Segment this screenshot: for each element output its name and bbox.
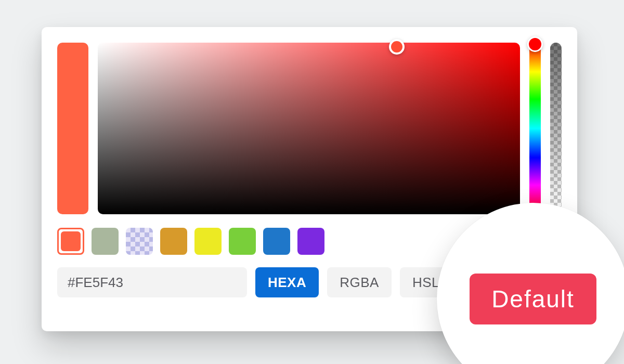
default-button[interactable]: Default [470,274,596,324]
swatch-fill [61,231,81,251]
swatch-fill [92,228,119,255]
alpha-slider[interactable] [550,43,562,214]
color-preview [57,43,88,214]
swatch-fill [160,228,187,255]
swatch-transparent-lilac[interactable] [126,228,153,255]
swatch-fill [229,228,256,255]
swatch-fill [263,228,290,255]
swatch-fill [194,228,222,255]
swatch-violet[interactable] [297,228,324,255]
swatch-coral[interactable] [57,228,84,255]
picker-top-row [57,43,562,214]
saturation-value-field[interactable] [98,43,520,214]
sv-thumb[interactable] [389,39,405,55]
swatch-yellow[interactable] [194,228,222,255]
swatch-ochre[interactable] [160,228,187,255]
hex-input[interactable] [57,267,247,297]
swatch-fill [126,228,153,255]
hue-slider[interactable] [529,43,541,214]
format-rgba-button[interactable]: RGBA [327,267,392,297]
swatch-green[interactable] [229,228,256,255]
swatch-blue[interactable] [263,228,290,255]
format-hexa-button[interactable]: HEXA [255,267,319,297]
swatch-fill [297,228,324,255]
hue-thumb[interactable] [527,36,543,52]
swatch-sage[interactable] [92,228,119,255]
